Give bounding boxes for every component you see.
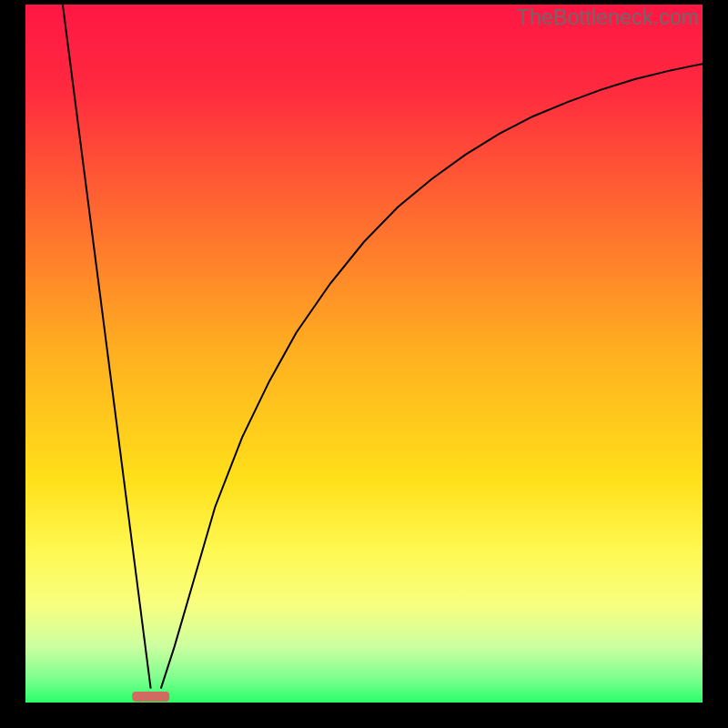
chart-background	[25, 5, 703, 703]
chart-svg	[25, 5, 703, 703]
chart-frame	[25, 5, 703, 703]
baseline-marker	[132, 692, 169, 702]
watermark-text: TheBottleneck.com	[517, 5, 699, 30]
